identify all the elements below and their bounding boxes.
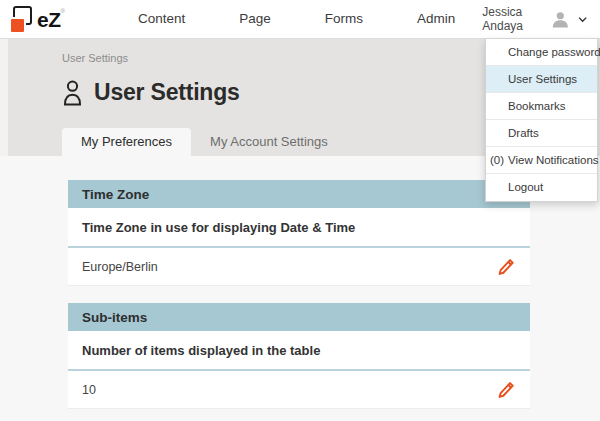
user-name: Jessica Andaya (482, 5, 542, 33)
pencil-icon (498, 258, 514, 276)
setting-value-row: 10 (68, 371, 530, 409)
nav-item-content[interactable]: Content (111, 0, 212, 38)
user-dropdown-menu: Change password User Settings Bookmarks … (485, 39, 598, 202)
menu-item-label: View Notifications (508, 154, 599, 166)
top-bar: eZ ® Content Page Forms Admin Jessica An… (0, 0, 600, 39)
menu-item-change-password[interactable]: Change password (486, 39, 597, 66)
setting-value: Europe/Berlin (82, 260, 158, 274)
nav-item-admin[interactable]: Admin (390, 0, 482, 38)
ez-logo-icon (11, 6, 37, 33)
main-nav: Content Page Forms Admin (111, 0, 482, 38)
section-heading: Sub-items (68, 303, 530, 331)
setting-value-row: Europe/Berlin (68, 248, 530, 286)
menu-item-user-settings[interactable]: User Settings (486, 66, 597, 93)
user-icon (62, 80, 83, 106)
nav-item-forms[interactable]: Forms (298, 0, 390, 38)
menu-item-drafts[interactable]: Drafts (486, 120, 597, 147)
section-heading: Time Zone (68, 180, 530, 208)
avatar-icon (551, 6, 570, 32)
setting-label: Time Zone in use for displaying Date & T… (68, 208, 530, 248)
ez-logo[interactable]: eZ ® (11, 6, 65, 33)
tab-my-account-settings[interactable]: My Account Settings (191, 128, 347, 156)
menu-item-bookmarks[interactable]: Bookmarks (486, 93, 597, 120)
breadcrumb: User Settings (62, 52, 128, 64)
edit-sub-items-button[interactable] (496, 379, 516, 401)
menu-item-logout[interactable]: Logout (486, 174, 597, 201)
section-sub-items: Sub-items Number of items displayed in t… (68, 303, 530, 409)
pencil-icon (498, 381, 514, 399)
edit-time-zone-button[interactable] (496, 256, 516, 278)
user-menu-trigger[interactable]: Jessica Andaya (482, 5, 600, 33)
chevron-down-icon (578, 13, 587, 26)
setting-value: 10 (82, 383, 96, 397)
menu-item-view-notifications[interactable]: (0) View Notifications (486, 147, 597, 174)
tab-my-preferences[interactable]: My Preferences (62, 128, 191, 156)
section-time-zone: Time Zone Time Zone in use for displayin… (68, 180, 530, 286)
page-title-row: User Settings (62, 79, 240, 106)
notification-count: (0) (490, 147, 504, 174)
setting-label: Number of items displayed in the table (68, 331, 530, 371)
page-title: User Settings (94, 79, 240, 106)
tab-bar: My Preferences My Account Settings (62, 128, 347, 156)
nav-item-page[interactable]: Page (212, 0, 298, 38)
left-gutter (0, 39, 8, 156)
logo-orange-square (11, 19, 24, 32)
logo-text: eZ (37, 6, 61, 33)
logo-registered-mark: ® (61, 6, 65, 16)
